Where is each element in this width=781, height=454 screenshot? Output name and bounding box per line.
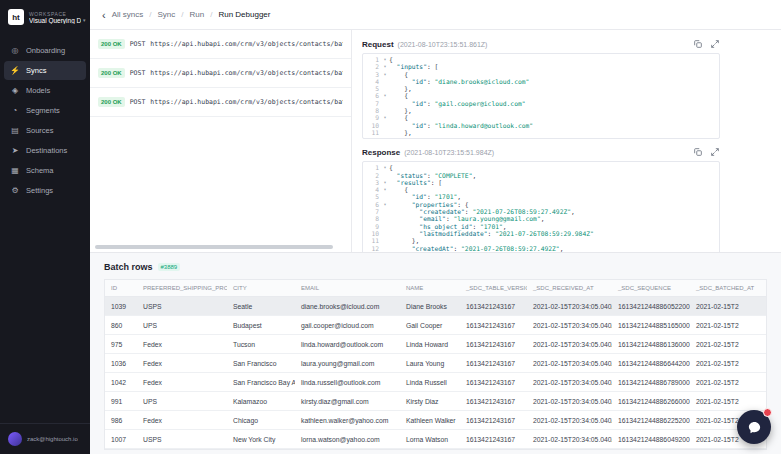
line-number: 2	[363, 63, 381, 70]
fold-toggle-icon[interactable]: ▾	[381, 179, 389, 186]
breadcrumb-item[interactable]: Run	[190, 10, 205, 19]
expand-icon[interactable]	[710, 147, 720, 157]
fold-toggle-icon[interactable]: ▾	[381, 114, 389, 121]
code-text: {	[389, 114, 408, 121]
table-cell: 1613421243167	[460, 392, 527, 411]
table-row[interactable]: 991UPSKalamazookirsty.diaz@gmail.comKirs…	[105, 392, 767, 411]
workspace-switcher[interactable]: ht WORKSPACE Visual Querying D... ▾	[0, 0, 90, 34]
breadcrumb-item-all-syncs[interactable]: All syncs	[112, 10, 144, 19]
sidebar-item-sources[interactable]: ▤Sources	[4, 121, 86, 140]
fold-toggle-icon[interactable]: ▾	[381, 63, 389, 70]
breadcrumb-item[interactable]: Run Debugger	[218, 10, 270, 19]
sidebar-item-destinations[interactable]: ➤Destinations	[4, 141, 86, 160]
table-cell: Kathleen Walker	[400, 411, 460, 430]
fold-toggle-icon[interactable]: ▾	[381, 186, 389, 193]
user-profile[interactable]: zack@hightouch.io	[0, 423, 90, 454]
sidebar-item-segments[interactable]: ◔Segments	[4, 101, 86, 120]
response-code[interactable]: 1▾{2 "status": "COMPLETE",3▾ "results": …	[362, 161, 720, 252]
table-row[interactable]: 1042FedexSan Francisco Bay Arealinda.rus…	[105, 373, 767, 392]
copy-icon[interactable]	[693, 147, 703, 157]
sidebar-item-models[interactable]: ◈Models	[4, 81, 86, 100]
sidebar-item-syncs[interactable]: ⚡Syncs	[4, 61, 86, 80]
destinations-send-icon: ➤	[10, 146, 20, 155]
table-row[interactable]: 975FedexTucsonlinda.howard@outlook.comLi…	[105, 335, 767, 354]
fold-toggle-icon[interactable]: ▾	[381, 56, 389, 63]
code-line: 11 },	[363, 129, 719, 136]
table-cell: 1039	[105, 297, 137, 316]
table-row[interactable]: 1039USPSSeatlediane.brooks@icloud.comDia…	[105, 297, 767, 316]
sidebar-item-label: Segments	[26, 106, 60, 115]
fold-toggle-icon[interactable]: ▾	[381, 201, 389, 208]
line-number: 1	[363, 164, 381, 171]
chat-bubble-icon	[747, 420, 762, 435]
models-cube-icon: ◈	[10, 86, 20, 95]
request-code[interactable]: 1▾{2▾ "inputs": [3▾ {4 "id": "diane.broo…	[362, 53, 720, 139]
table-row[interactable]: 1007USPSNew York Citylorna.watson@yahoo.…	[105, 430, 767, 449]
table-cell: laura.young@gmail.com	[295, 354, 400, 373]
table-cell: 1613421243167	[460, 411, 527, 430]
table-header-row: IDPREFERRED_SHIPPING_PROVIDERCITYEMAILNA…	[105, 280, 767, 297]
column-header: NAME	[400, 280, 460, 297]
sidebar-nav: ◎Onboarding⚡Syncs◈Models◔Segments▤Source…	[0, 40, 90, 423]
breadcrumb-separator: /	[149, 10, 151, 19]
fold-toggle-icon[interactable]: ▾	[381, 71, 389, 78]
table-cell: San Francisco	[227, 354, 295, 373]
code-text: },	[389, 107, 412, 114]
request-url: https://api.hubapi.com/crm/v3/objects/co…	[150, 69, 343, 77]
table-row[interactable]: 986FedexChicagokathleen.walker@yahoo.com…	[105, 411, 767, 430]
code-text: "createdAt": "2021-07-26T08:59:27.492Z",	[389, 245, 563, 252]
fold-spacer	[381, 85, 389, 92]
copy-icon[interactable]	[693, 39, 703, 49]
table-cell: 1613421244886052200	[612, 297, 690, 316]
table-cell: 1613421243167	[460, 430, 527, 449]
table-row[interactable]: 860UPSBudapestgail.cooper@icloud.comGail…	[105, 316, 767, 335]
table-row[interactable]: 1036FedexSan Franciscolaura.young@gmail.…	[105, 354, 767, 373]
column-header: EMAIL	[295, 280, 400, 297]
table-cell: 2021-02-15T20:34:05.040Z	[527, 430, 612, 449]
fold-spacer	[381, 107, 389, 114]
request-row[interactable]: 200 OKPOSThttps://api.hubapi.com/crm/v3/…	[90, 59, 351, 88]
expand-icon[interactable]	[710, 39, 720, 49]
fold-toggle-icon[interactable]: ▾	[381, 164, 389, 171]
code-line: 6▾ "properties": {	[363, 201, 719, 208]
table-cell: Linda Russell	[400, 373, 460, 392]
chat-launcher-button[interactable]	[737, 410, 771, 444]
back-icon[interactable]: ‹	[102, 11, 106, 19]
table-cell: Linda Howard	[400, 335, 460, 354]
fold-spacer	[381, 193, 389, 200]
code-text: {	[389, 186, 408, 193]
fold-spacer	[381, 245, 389, 252]
code-text: },	[389, 129, 412, 136]
sidebar-item-label: Schema	[26, 166, 54, 175]
table-cell: 1613421244886225200	[612, 411, 690, 430]
table-cell: 1613421243167	[460, 335, 527, 354]
sidebar-item-settings[interactable]: ⚙Settings	[4, 181, 86, 200]
http-method: POST	[130, 40, 146, 48]
request-row[interactable]: 200 OKPOSThttps://api.hubapi.com/crm/v3/…	[90, 30, 351, 59]
line-number: 3	[363, 71, 381, 78]
request-row[interactable]: 200 OKPOSThttps://api.hubapi.com/crm/v3/…	[90, 88, 351, 117]
request-list: 200 OKPOSThttps://api.hubapi.com/crm/v3/…	[90, 30, 351, 117]
breadcrumb-separator: /	[210, 10, 212, 19]
table-cell: gail.cooper@icloud.com	[295, 316, 400, 335]
line-number: 6	[363, 92, 381, 99]
table-cell: Chicago	[227, 411, 295, 430]
fold-spacer	[381, 172, 389, 179]
table-cell: 2021-02-15T2	[690, 335, 767, 354]
breadcrumb-item[interactable]: Sync	[157, 10, 175, 19]
fold-toggle-icon[interactable]: ▾	[381, 92, 389, 99]
horizontal-scrollbar[interactable]	[95, 245, 333, 249]
line-number: 6	[363, 201, 381, 208]
column-header: _SDC_RECEIVED_AT	[527, 280, 612, 297]
table-cell: 1613421243167	[460, 316, 527, 335]
code-text: "results": [	[389, 179, 442, 186]
request-panel-header: Request (2021-08-10T23:15:51.861Z)	[362, 39, 720, 49]
table-cell: diane.brooks@icloud.com	[295, 297, 400, 316]
sidebar-item-label: Models	[26, 86, 50, 95]
sidebar-item-schema[interactable]: ▦Schema	[4, 161, 86, 180]
sidebar-item-onboarding[interactable]: ◎Onboarding	[4, 41, 86, 60]
table-cell: Diane Brooks	[400, 297, 460, 316]
code-line: 1▾{	[363, 56, 719, 63]
batch-rows-table: IDPREFERRED_SHIPPING_PROVIDERCITYEMAILNA…	[105, 280, 767, 449]
table-cell: lorna.watson@yahoo.com	[295, 430, 400, 449]
